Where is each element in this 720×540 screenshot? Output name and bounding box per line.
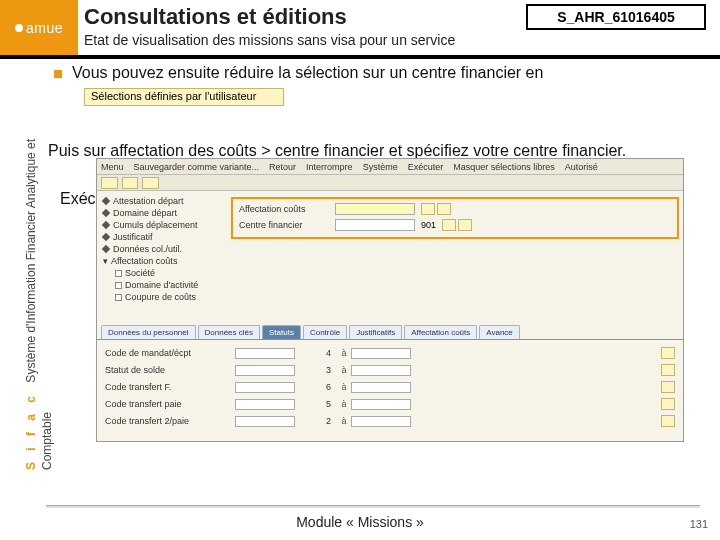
- sap-toolbar: [97, 175, 683, 191]
- header-divider: [0, 55, 720, 59]
- toolbar-button[interactable]: [122, 177, 139, 189]
- tab[interactable]: Données du personnel: [101, 325, 196, 339]
- diamond-icon: [102, 221, 110, 229]
- sifac-brand: S i f a c: [24, 392, 38, 470]
- field-row: Code transfert 2/paie2à: [105, 414, 675, 428]
- sap-screenshot-panel: Menu Sauvegarder comme variante... Retou…: [96, 158, 684, 442]
- multiple-selection-button[interactable]: [661, 398, 675, 410]
- multiple-selection-button[interactable]: [661, 364, 675, 376]
- user-defined-selections-button[interactable]: Sélections définies par l'utilisateur: [84, 88, 284, 106]
- toolbar-button[interactable]: [101, 177, 118, 189]
- field-row: Code transfert paie5à: [105, 397, 675, 411]
- multiple-selection-button[interactable]: [458, 219, 472, 231]
- bullet-icon: [54, 70, 62, 78]
- sidebar-desc-1: Système d'Information Financier Analytiq…: [24, 139, 38, 383]
- sap-right-panel: Affectation coûts Centre financier 901: [227, 191, 683, 307]
- field-input-to[interactable]: [351, 399, 411, 410]
- field-input-to[interactable]: [351, 348, 411, 359]
- field-input[interactable]: [235, 365, 295, 376]
- multiple-selection-button[interactable]: [437, 203, 451, 215]
- field-row: Code transfert F.6à: [105, 380, 675, 394]
- field-value: 901: [421, 220, 436, 230]
- footer-divider-shadow: [46, 506, 700, 508]
- diamond-icon: [102, 233, 110, 241]
- sap-tree-panel: Attestation départ Domaine départ Cumuls…: [97, 191, 227, 307]
- field-label: Affectation coûts: [239, 204, 329, 214]
- transaction-code: S_AHR_61016405: [526, 4, 706, 30]
- brand-name: amue: [26, 20, 63, 36]
- field-input[interactable]: [235, 416, 295, 427]
- tab[interactable]: Données clés: [198, 325, 260, 339]
- field-label: Centre financier: [239, 220, 329, 230]
- diamond-icon: [102, 197, 110, 205]
- tree-subitem[interactable]: Coupure de coûts: [103, 291, 221, 303]
- multiple-selection-button[interactable]: [661, 381, 675, 393]
- toolbar-button[interactable]: [142, 177, 159, 189]
- tree-item[interactable]: Attestation départ: [103, 195, 221, 207]
- tree-subitem[interactable]: Domaine d'activité: [103, 279, 221, 291]
- menu-item[interactable]: Système: [363, 162, 398, 172]
- field-input[interactable]: [235, 348, 295, 359]
- menu-item[interactable]: Retour: [269, 162, 296, 172]
- menu-item[interactable]: Menu: [101, 162, 124, 172]
- page-title: Consultations et éditions: [84, 4, 347, 30]
- field-row: Statut de solde3à: [105, 363, 675, 377]
- checkbox-icon[interactable]: [115, 270, 122, 277]
- menu-item[interactable]: Masquer sélections libres: [453, 162, 555, 172]
- tab[interactable]: Avance: [479, 325, 520, 339]
- brand-logo: amue: [0, 0, 78, 56]
- bullet-1-text: Vous pouvez ensuite réduire la sélection…: [72, 64, 702, 82]
- centre-financier-input[interactable]: [335, 219, 415, 231]
- diamond-icon: [102, 245, 110, 253]
- checkbox-icon[interactable]: [115, 282, 122, 289]
- sidebar-vertical-label: S i f a c Système d'Information Financie…: [24, 139, 38, 470]
- tree-subitem[interactable]: Société: [103, 267, 221, 279]
- menu-item[interactable]: Exécuter: [408, 162, 444, 172]
- field-input[interactable]: [235, 382, 295, 393]
- field-input-to[interactable]: [351, 382, 411, 393]
- tree-item[interactable]: Données col./util.: [103, 243, 221, 255]
- tab[interactable]: Affectation coûts: [404, 325, 477, 339]
- field-input-to[interactable]: [351, 365, 411, 376]
- tab[interactable]: Contrôle: [303, 325, 347, 339]
- tab[interactable]: Justificatifs: [349, 325, 402, 339]
- menu-item[interactable]: Autorisé: [565, 162, 598, 172]
- field-input[interactable]: [335, 203, 415, 215]
- checkbox-icon[interactable]: [115, 294, 122, 301]
- footer-module: Module « Missions »: [0, 514, 720, 530]
- multiple-selection-button[interactable]: [661, 347, 675, 359]
- page-subtitle: Etat de visualisation des missions sans …: [84, 32, 455, 48]
- sap-tabstrip: Données du personnel Données clés Statut…: [97, 325, 683, 340]
- multiple-selection-button[interactable]: [661, 415, 675, 427]
- field-input-to[interactable]: [351, 416, 411, 427]
- sidebar-vertical-label-2: Comptable: [40, 412, 54, 470]
- tree-item[interactable]: Domaine départ: [103, 207, 221, 219]
- diamond-icon: [102, 209, 110, 217]
- sap-fields-area: Code de mandat/écpt4à Statut de solde3à …: [97, 340, 683, 441]
- tree-item-expanded[interactable]: ▾ Affectation coûts: [103, 255, 221, 267]
- value-help-button[interactable]: [421, 203, 435, 215]
- field-input[interactable]: [235, 399, 295, 410]
- tab-active[interactable]: Statuts: [262, 325, 301, 339]
- value-help-button[interactable]: [442, 219, 456, 231]
- page-number: 131: [690, 518, 708, 530]
- sap-menu-bar: Menu Sauvegarder comme variante... Retou…: [97, 159, 683, 175]
- tree-item[interactable]: Cumuls déplacement: [103, 219, 221, 231]
- field-row: Code de mandat/écpt4à: [105, 346, 675, 360]
- highlighted-fields: Affectation coûts Centre financier 901: [231, 197, 679, 239]
- tree-item[interactable]: Justificatif: [103, 231, 221, 243]
- logo-dot-icon: [15, 24, 23, 32]
- menu-item[interactable]: Sauvegarder comme variante...: [134, 162, 260, 172]
- menu-item[interactable]: Interrompre: [306, 162, 353, 172]
